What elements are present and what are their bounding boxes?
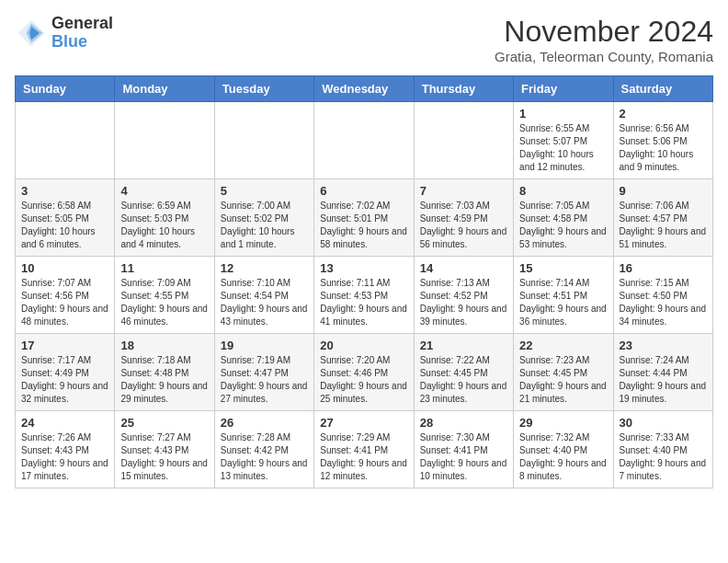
day-number-24: 24: [21, 416, 108, 430]
day-info-15: Sunrise: 7:14 AM Sunset: 4:51 PM Dayligh…: [519, 277, 607, 328]
calendar-cell-1-5: 8Sunrise: 7:05 AM Sunset: 4:58 PM Daylig…: [514, 179, 613, 257]
day-number-5: 5: [221, 184, 308, 198]
calendar-cell-1-6: 9Sunrise: 7:06 AM Sunset: 4:57 PM Daylig…: [613, 179, 712, 257]
day-info-16: Sunrise: 7:15 AM Sunset: 4:50 PM Dayligh…: [620, 277, 707, 328]
day-number-18: 18: [120, 339, 208, 352]
calendar-cell-4-4: 28Sunrise: 7:30 AM Sunset: 4:41 PM Dayli…: [414, 411, 513, 488]
day-info-1: Sunrise: 6:55 AM Sunset: 5:07 PM Dayligh…: [519, 122, 607, 174]
day-info-8: Sunrise: 7:05 AM Sunset: 4:58 PM Dayligh…: [519, 200, 607, 251]
day-number-4: 4: [120, 184, 208, 198]
calendar-cell-4-0: 24Sunrise: 7:26 AM Sunset: 4:43 PM Dayli…: [16, 411, 115, 488]
day-number-10: 10: [21, 261, 108, 275]
week-row-4: 24Sunrise: 7:26 AM Sunset: 4:43 PM Dayli…: [16, 411, 713, 488]
day-number-20: 20: [320, 339, 407, 352]
day-info-4: Sunrise: 6:59 AM Sunset: 5:03 PM Dayligh…: [120, 200, 208, 251]
calendar-body: 1Sunrise: 6:55 AM Sunset: 5:07 PM Daylig…: [16, 102, 713, 488]
day-number-14: 14: [420, 261, 507, 275]
day-number-9: 9: [620, 184, 707, 198]
day-number-15: 15: [519, 261, 607, 275]
day-info-11: Sunrise: 7:09 AM Sunset: 4:55 PM Dayligh…: [120, 277, 208, 328]
day-info-23: Sunrise: 7:24 AM Sunset: 4:44 PM Dayligh…: [620, 354, 707, 406]
week-row-0: 1Sunrise: 6:55 AM Sunset: 5:07 PM Daylig…: [16, 102, 713, 179]
calendar-cell-1-3: 6Sunrise: 7:02 AM Sunset: 5:01 PM Daylig…: [314, 179, 414, 257]
day-info-24: Sunrise: 7:26 AM Sunset: 4:43 PM Dayligh…: [21, 431, 108, 483]
day-number-6: 6: [320, 184, 407, 198]
day-info-30: Sunrise: 7:33 AM Sunset: 4:40 PM Dayligh…: [620, 431, 707, 483]
day-number-30: 30: [620, 416, 707, 430]
day-info-17: Sunrise: 7:17 AM Sunset: 4:49 PM Dayligh…: [21, 354, 108, 406]
page-header: General Blue November 2024 Gratia, Teleo…: [15, 15, 713, 64]
header-saturday: Saturday: [613, 76, 712, 102]
calendar-cell-0-2: [214, 102, 313, 179]
calendar-cell-1-2: 5Sunrise: 7:00 AM Sunset: 5:02 PM Daylig…: [214, 179, 313, 257]
calendar-cell-3-2: 19Sunrise: 7:19 AM Sunset: 4:47 PM Dayli…: [214, 334, 313, 411]
calendar-cell-0-5: 1Sunrise: 6:55 AM Sunset: 5:07 PM Daylig…: [514, 102, 613, 179]
day-info-10: Sunrise: 7:07 AM Sunset: 4:56 PM Dayligh…: [21, 277, 108, 328]
day-info-27: Sunrise: 7:29 AM Sunset: 4:41 PM Dayligh…: [320, 431, 407, 483]
calendar-cell-0-1: [115, 102, 214, 179]
calendar-cell-0-4: [414, 102, 513, 179]
header-wednesday: Wednesday: [314, 76, 414, 102]
calendar-cell-2-2: 12Sunrise: 7:10 AM Sunset: 4:54 PM Dayli…: [214, 257, 313, 334]
day-info-6: Sunrise: 7:02 AM Sunset: 5:01 PM Dayligh…: [320, 200, 407, 251]
calendar-cell-2-0: 10Sunrise: 7:07 AM Sunset: 4:56 PM Dayli…: [16, 257, 115, 334]
calendar-cell-0-0: [16, 102, 115, 179]
logo-general: General: [51, 15, 113, 33]
day-info-19: Sunrise: 7:19 AM Sunset: 4:47 PM Dayligh…: [221, 354, 308, 406]
calendar-cell-0-6: 2Sunrise: 6:56 AM Sunset: 5:06 PM Daylig…: [613, 102, 712, 179]
header-tuesday: Tuesday: [214, 76, 313, 102]
calendar-cell-2-6: 16Sunrise: 7:15 AM Sunset: 4:50 PM Dayli…: [613, 257, 712, 334]
calendar-header: Sunday Monday Tuesday Wednesday Thursday…: [16, 76, 713, 102]
calendar-cell-3-4: 21Sunrise: 7:22 AM Sunset: 4:45 PM Dayli…: [414, 334, 513, 411]
header-monday: Monday: [115, 76, 214, 102]
day-number-8: 8: [519, 184, 607, 198]
day-info-22: Sunrise: 7:23 AM Sunset: 4:45 PM Dayligh…: [519, 354, 607, 406]
day-number-21: 21: [420, 339, 507, 352]
week-row-1: 3Sunrise: 6:58 AM Sunset: 5:05 PM Daylig…: [16, 179, 713, 257]
calendar-cell-3-5: 22Sunrise: 7:23 AM Sunset: 4:45 PM Dayli…: [514, 334, 613, 411]
logo-text: General Blue: [51, 15, 113, 52]
calendar-cell-4-5: 29Sunrise: 7:32 AM Sunset: 4:40 PM Dayli…: [514, 411, 613, 488]
calendar-cell-2-5: 15Sunrise: 7:14 AM Sunset: 4:51 PM Dayli…: [514, 257, 613, 334]
day-info-26: Sunrise: 7:28 AM Sunset: 4:42 PM Dayligh…: [221, 431, 308, 483]
logo: General Blue: [15, 15, 113, 52]
day-number-2: 2: [620, 107, 707, 121]
week-row-3: 17Sunrise: 7:17 AM Sunset: 4:49 PM Dayli…: [16, 334, 713, 411]
day-number-3: 3: [21, 184, 108, 198]
day-number-17: 17: [21, 339, 108, 352]
day-number-28: 28: [420, 416, 507, 430]
calendar-cell-2-3: 13Sunrise: 7:11 AM Sunset: 4:53 PM Dayli…: [314, 257, 414, 334]
day-info-25: Sunrise: 7:27 AM Sunset: 4:43 PM Dayligh…: [120, 431, 208, 483]
calendar-cell-3-6: 23Sunrise: 7:24 AM Sunset: 4:44 PM Dayli…: [613, 334, 712, 411]
day-info-28: Sunrise: 7:30 AM Sunset: 4:41 PM Dayligh…: [420, 431, 507, 483]
day-number-12: 12: [221, 261, 308, 275]
day-number-27: 27: [320, 416, 407, 430]
weekday-header-row: Sunday Monday Tuesday Wednesday Thursday…: [16, 76, 713, 102]
calendar-cell-1-4: 7Sunrise: 7:03 AM Sunset: 4:59 PM Daylig…: [414, 179, 513, 257]
day-number-1: 1: [519, 107, 607, 121]
title-block: November 2024 Gratia, Teleorman County, …: [495, 15, 713, 64]
day-info-29: Sunrise: 7:32 AM Sunset: 4:40 PM Dayligh…: [519, 431, 607, 483]
calendar-cell-3-0: 17Sunrise: 7:17 AM Sunset: 4:49 PM Dayli…: [16, 334, 115, 411]
day-info-2: Sunrise: 6:56 AM Sunset: 5:06 PM Dayligh…: [620, 122, 707, 174]
day-number-7: 7: [420, 184, 507, 198]
day-info-9: Sunrise: 7:06 AM Sunset: 4:57 PM Dayligh…: [620, 200, 707, 251]
logo-icon: [15, 17, 48, 50]
calendar-cell-4-1: 25Sunrise: 7:27 AM Sunset: 4:43 PM Dayli…: [115, 411, 214, 488]
calendar-cell-1-0: 3Sunrise: 6:58 AM Sunset: 5:05 PM Daylig…: [16, 179, 115, 257]
day-number-11: 11: [120, 261, 208, 275]
calendar-cell-3-1: 18Sunrise: 7:18 AM Sunset: 4:48 PM Dayli…: [115, 334, 214, 411]
day-number-16: 16: [620, 261, 707, 275]
day-number-22: 22: [519, 339, 607, 352]
calendar-cell-2-4: 14Sunrise: 7:13 AM Sunset: 4:52 PM Dayli…: [414, 257, 513, 334]
header-thursday: Thursday: [414, 76, 513, 102]
day-number-23: 23: [620, 339, 707, 352]
day-info-21: Sunrise: 7:22 AM Sunset: 4:45 PM Dayligh…: [420, 354, 507, 406]
calendar-subtitle: Gratia, Teleorman County, Romania: [495, 49, 713, 64]
day-info-7: Sunrise: 7:03 AM Sunset: 4:59 PM Dayligh…: [420, 200, 507, 251]
day-info-18: Sunrise: 7:18 AM Sunset: 4:48 PM Dayligh…: [120, 354, 208, 406]
calendar-cell-3-3: 20Sunrise: 7:20 AM Sunset: 4:46 PM Dayli…: [314, 334, 414, 411]
day-number-25: 25: [120, 416, 208, 430]
calendar-cell-2-1: 11Sunrise: 7:09 AM Sunset: 4:55 PM Dayli…: [115, 257, 214, 334]
calendar-cell-0-3: [314, 102, 414, 179]
